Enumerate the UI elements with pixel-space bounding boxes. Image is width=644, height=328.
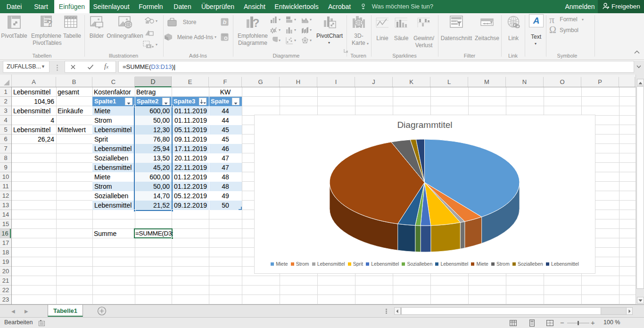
svg-text:?: ? bbox=[46, 17, 52, 29]
svg-text:?: ? bbox=[253, 17, 259, 29]
svg-text:b: b bbox=[223, 18, 227, 25]
